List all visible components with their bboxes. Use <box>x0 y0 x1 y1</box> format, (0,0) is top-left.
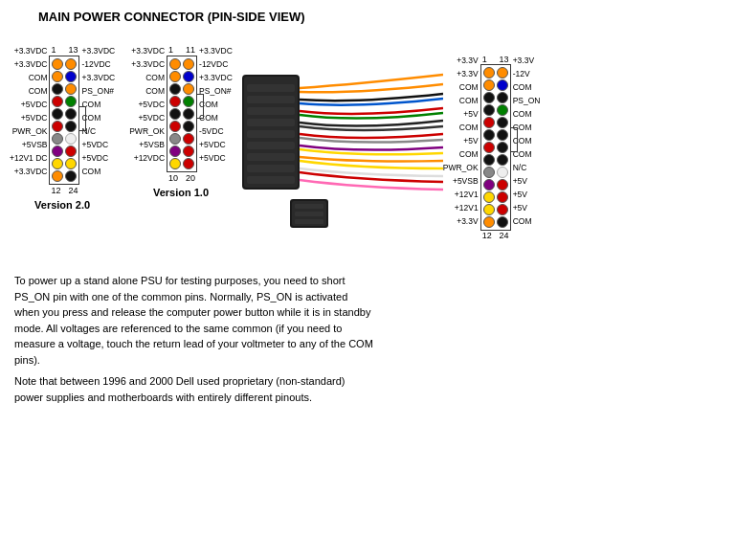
pin <box>52 71 63 82</box>
v10-pin-grid <box>167 56 197 172</box>
label: +5VDC <box>10 112 47 124</box>
label: +3.3VDC <box>10 166 47 178</box>
pin <box>183 96 194 107</box>
label: +5VDC <box>81 152 115 165</box>
label: COM <box>129 72 165 84</box>
pin <box>52 133 63 145</box>
label: +5V <box>513 189 541 201</box>
pin <box>52 96 63 107</box>
col-num-12: 12 <box>482 231 492 240</box>
pin <box>52 58 63 70</box>
label: +3.3V <box>513 55 541 67</box>
pin <box>483 104 495 116</box>
pin <box>169 121 181 132</box>
v10-label: Version 1.0 <box>153 187 209 198</box>
pin <box>169 83 181 95</box>
label: +5V <box>443 135 479 147</box>
label: PWR_OK <box>443 162 479 174</box>
v20-right-labels: +3.3VDC -12VDC +3.3VDC PS_ON# COM COM N/… <box>81 45 115 178</box>
pin <box>65 108 77 120</box>
pin <box>183 108 194 120</box>
label: +5VSB <box>443 175 479 188</box>
pin <box>483 92 495 103</box>
label: COM <box>513 108 541 121</box>
label: PS_ON <box>513 95 541 107</box>
version20-diagram: +3.3VDC +3.3VDC COM COM +5VDC +5VDC PWR_… <box>10 32 115 211</box>
label: COM <box>10 85 47 98</box>
label: COM <box>199 99 233 111</box>
pin <box>65 121 77 132</box>
label: COM <box>443 95 479 107</box>
description-para2: Note that between 1996 and 2000 Dell use… <box>14 373 373 405</box>
label: +5VSB <box>10 139 47 151</box>
connector-photo-area <box>233 41 443 261</box>
version10-diagram: +3.3VDC +3.3VDC COM COM +5VDC +5VDC PWR_… <box>129 32 233 211</box>
pin <box>169 146 181 157</box>
pin <box>169 96 181 107</box>
v20-pin-grid <box>49 56 79 185</box>
label: +3.3VDC <box>10 45 47 57</box>
pin <box>497 216 508 228</box>
svg-rect-9 <box>247 165 295 172</box>
pin <box>65 71 77 82</box>
label: COM <box>81 112 115 124</box>
label: +5V <box>513 202 541 214</box>
pin <box>497 79 508 91</box>
label: COM <box>443 122 479 134</box>
label: +5V <box>443 108 479 121</box>
label: PS_ON# <box>81 85 115 98</box>
label: N/C <box>81 125 115 138</box>
col-num-24: 24 <box>68 186 78 195</box>
col-num-20: 20 <box>186 173 195 183</box>
label: +5VDC <box>129 112 165 124</box>
pin <box>65 158 77 169</box>
col-num-12: 12 <box>51 186 60 195</box>
description-para1: To power up a stand alone PSU for testin… <box>14 273 373 368</box>
pin <box>169 133 181 145</box>
svg-rect-10 <box>247 176 295 184</box>
label: +3.3VDC <box>10 58 47 71</box>
pin <box>52 170 63 182</box>
bracket <box>196 94 204 119</box>
pin <box>183 158 194 169</box>
label: +3.3V <box>443 68 479 80</box>
label: COM <box>199 112 233 124</box>
rd-left-labels: +3.3V +3.3V COM COM +5V COM +5V COM PWR_… <box>443 55 479 228</box>
col-num-13: 13 <box>500 55 509 64</box>
top-section: +3.3VDC +3.3VDC COM COM +5VDC +5VDC PWR_… <box>10 32 726 261</box>
pin <box>52 83 63 95</box>
pin <box>183 133 194 145</box>
col-num-24: 24 <box>500 231 509 240</box>
connector-photo-svg <box>233 46 443 257</box>
label: -12VDC <box>81 58 115 71</box>
pin <box>169 158 181 169</box>
pin <box>65 170 77 182</box>
pin <box>483 129 495 141</box>
col-num-1: 1 <box>168 45 173 55</box>
bracket <box>510 127 518 152</box>
pin <box>483 154 495 166</box>
pin <box>483 167 495 178</box>
label: +5VDC <box>10 99 47 111</box>
pin <box>497 142 508 153</box>
page-title: MAIN POWER CONNECTOR (PIN-SIDE VIEW) <box>38 10 726 24</box>
svg-rect-6 <box>247 130 295 138</box>
label: COM <box>513 215 541 228</box>
left-diagrams: +3.3VDC +3.3VDC COM COM +5VDC +5VDC PWR_… <box>10 32 233 211</box>
page: MAIN POWER CONNECTOR (PIN-SIDE VIEW) +3.… <box>0 0 736 560</box>
label: +5V <box>513 175 541 188</box>
pin <box>183 58 194 70</box>
pin <box>497 154 508 166</box>
col-num-13: 13 <box>68 45 78 55</box>
pin <box>483 191 495 203</box>
pin <box>497 104 508 116</box>
pin <box>52 158 63 169</box>
pin <box>65 96 77 107</box>
pin <box>497 204 508 215</box>
label: -12V <box>513 68 541 80</box>
pin <box>183 146 194 157</box>
v20-label: Version 2.0 <box>34 199 90 211</box>
label: COM <box>443 148 479 161</box>
pin <box>183 71 194 82</box>
pin <box>483 216 495 228</box>
